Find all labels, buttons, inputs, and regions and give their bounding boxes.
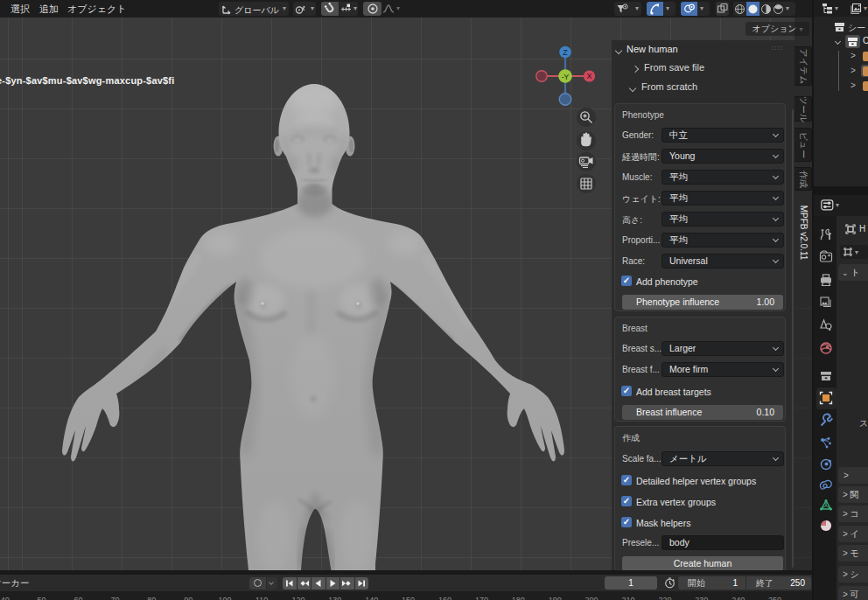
svg-text:-Y: -Y [562,73,570,81]
svg-text:X: X [586,72,592,80]
svg-text:Z: Z [563,48,568,57]
